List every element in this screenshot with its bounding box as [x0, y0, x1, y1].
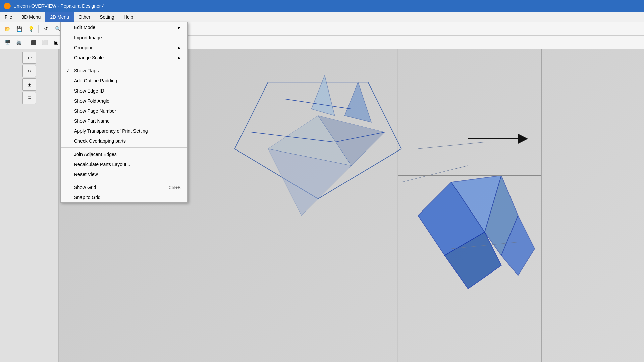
menu-show-flaps[interactable]: Show Flaps: [61, 66, 187, 76]
menu-show-page-number[interactable]: Show Page Number: [61, 106, 187, 116]
menu-add-outline-padding[interactable]: Add Outline Padding: [61, 76, 187, 86]
menu-show-part-name[interactable]: Show Part Name: [61, 116, 187, 126]
menu-apply-transparency[interactable]: Apply Transparency of Print Setting: [61, 126, 187, 136]
menu-show-grid[interactable]: Show Grid Ctrl+B: [61, 182, 187, 192]
dropdown-overlay[interactable]: Edit Mode Import Image... Grouping Chang…: [0, 12, 644, 362]
app-icon: [4, 3, 11, 9]
menu-edit-mode[interactable]: Edit Mode: [61, 22, 187, 33]
menu-show-edge-id[interactable]: Show Edge ID: [61, 86, 187, 96]
show-grid-shortcut: Ctrl+B: [169, 185, 181, 190]
title-bar: Unicorn-OVERVIEW - Pepakura Designer 4: [0, 0, 644, 12]
dropdown-2d-menu: Edit Mode Import Image... Grouping Chang…: [60, 22, 188, 203]
sep-c: [61, 181, 187, 181]
menu-check-overlapping[interactable]: Check Overlapping parts: [61, 136, 187, 146]
title-text: Unicorn-OVERVIEW - Pepakura Designer 4: [13, 3, 105, 9]
menu-change-scale[interactable]: Change Scale: [61, 53, 187, 63]
sep-b: [61, 147, 187, 148]
menu-snap-to-grid[interactable]: Snap to Grid: [61, 192, 187, 202]
sep-a: [61, 64, 187, 64]
menu-reset-view[interactable]: Reset View: [61, 169, 187, 179]
menu-recalculate[interactable]: Recalculate Parts Layout...: [61, 159, 187, 169]
menu-show-fold-angle[interactable]: Show Fold Angle: [61, 96, 187, 106]
menu-grouping[interactable]: Grouping: [61, 43, 187, 53]
menu-import-image[interactable]: Import Image...: [61, 33, 187, 43]
menu-join-adjacent[interactable]: Join Adjacent Edges: [61, 149, 187, 159]
